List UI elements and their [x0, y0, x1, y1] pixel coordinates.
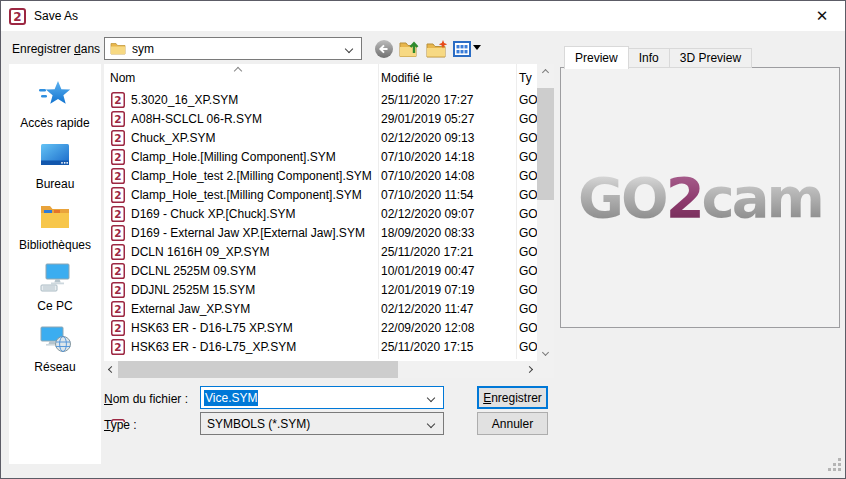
column-header-modified[interactable]: Modifié le — [381, 71, 432, 85]
go2cam-file-icon: 2 — [111, 187, 125, 203]
view-menu-dropdown-arrow[interactable] — [473, 45, 481, 50]
svg-text:2: 2 — [114, 265, 121, 277]
file-name: D169 - Chuck XP.[Chuck].SYM — [131, 207, 296, 221]
scroll-up-button[interactable] — [537, 64, 554, 81]
quick-access-icon — [38, 78, 72, 113]
new-folder-button[interactable] — [426, 38, 448, 60]
file-modified-date: 12/01/2019 07:19 — [381, 283, 474, 297]
svg-text:2: 2 — [114, 170, 121, 182]
file-row[interactable]: 2 A08H-SCLCL 06-R.SYM 29/01/2019 05:27 G… — [104, 110, 537, 129]
vertical-scrollbar[interactable] — [537, 64, 554, 361]
file-type: GO — [519, 283, 537, 297]
file-row[interactable]: 2 DCLN 1616H 09_XP.SYM 25/11/2020 17:21 … — [104, 243, 537, 262]
filetype-combobox[interactable]: SYMBOLS (*.SYM) — [200, 412, 444, 435]
file-type: GO — [519, 93, 537, 107]
file-row[interactable]: 2 Clamp_Hole_test 2.[Milling Component].… — [104, 167, 537, 186]
sidebar-item-libraries[interactable]: Bibliothèques — [9, 200, 101, 261]
sidebar-item-label: Réseau — [34, 360, 75, 374]
file-row[interactable]: 2 Clamp_Hole_test.[Milling Component].SY… — [104, 186, 537, 205]
file-row[interactable]: 2 HSK63 ER - D16-L75_XP.SYM 25/11/2020 1… — [104, 338, 537, 357]
file-row[interactable]: 2 DDJNL 2525M 15.SYM 12/01/2019 07:19 GO — [104, 281, 537, 300]
resize-grip[interactable] — [828, 458, 842, 475]
vertical-scrollbar-thumb[interactable] — [537, 88, 554, 200]
file-name: DDJNL 2525M 15.SYM — [131, 283, 255, 297]
file-modified-date: 22/09/2020 12:08 — [381, 321, 474, 335]
file-row[interactable]: 2 External Jaw_XP.SYM 02/12/2020 11:47 G… — [104, 300, 537, 319]
file-name: External Jaw_XP.SYM — [131, 302, 250, 316]
file-modified-date: 02/12/2020 09:07 — [381, 207, 474, 221]
sidebar-item-desktop[interactable]: Bureau — [9, 139, 101, 200]
file-list: Nom Modifié le Ty 2 5.3020_16_XP.SYM 25/… — [104, 64, 554, 378]
file-name: 5.3020_16_XP.SYM — [131, 93, 238, 107]
filename-value: Vice.SYM — [204, 390, 258, 406]
title-bar: 2 Save As ✕ — [1, 1, 845, 31]
svg-text:2: 2 — [13, 10, 21, 24]
sidebar-item-label: Bureau — [36, 177, 75, 191]
current-folder-name: sym — [132, 42, 154, 56]
file-modified-date: 07/10/2020 11:54 — [381, 188, 474, 202]
filename-combobox[interactable]: Vice.SYM — [200, 386, 444, 409]
go2cam-file-icon: 2 — [111, 263, 125, 279]
column-header-type[interactable]: Ty — [519, 71, 532, 85]
tab-info[interactable]: Info — [629, 48, 670, 68]
go2cam-file-icon: 2 — [111, 111, 125, 127]
close-button[interactable]: ✕ — [799, 1, 845, 31]
tab-3d-preview[interactable]: 3D Preview — [670, 48, 752, 68]
places-bar: Accès rapide Bureau Bibliothèques Ce PC … — [9, 64, 101, 464]
svg-text:2: 2 — [114, 132, 121, 144]
sidebar-item-network[interactable]: Réseau — [9, 322, 101, 383]
svg-text:2: 2 — [114, 151, 121, 163]
file-name: Chuck_XP.SYM — [131, 131, 216, 145]
scroll-right-button[interactable] — [522, 361, 537, 378]
file-type: GO — [519, 302, 537, 316]
scroll-down-button[interactable] — [537, 344, 554, 361]
filetype-value: SYMBOLS (*.SYM) — [207, 417, 310, 431]
filename-label: Nom du fichier : — [104, 392, 188, 406]
file-row[interactable]: 2 D169 - External Jaw XP.[External Jaw].… — [104, 224, 537, 243]
file-row[interactable]: 2 D169 - Chuck XP.[Chuck].SYM 02/12/2020… — [104, 205, 537, 224]
file-row[interactable]: 2 5.3020_16_XP.SYM 25/11/2020 17:27 GO — [104, 91, 537, 110]
svg-text:2: 2 — [114, 246, 121, 258]
view-menu-button[interactable] — [451, 38, 473, 60]
file-list-rows: 2 5.3020_16_XP.SYM 25/11/2020 17:27 GO 2… — [104, 91, 537, 359]
preview-panel: GO2cam — [560, 67, 840, 328]
go2cam-file-icon: 2 — [111, 301, 125, 317]
go2cam-file-icon: 2 — [111, 130, 125, 146]
window-title: Save As — [34, 9, 78, 23]
save-button[interactable]: Enregistrer — [477, 386, 548, 409]
file-row[interactable]: 2 DCLNL 2525M 09.SYM 10/01/2019 00:47 GO — [104, 262, 537, 281]
file-name: Clamp_Hole_test.[Milling Component].SYM — [131, 188, 362, 202]
horizontal-scrollbar[interactable] — [104, 361, 537, 378]
sidebar-item-label: Accès rapide — [20, 116, 89, 130]
sidebar-item-quick-access[interactable]: Accès rapide — [9, 78, 101, 139]
file-row[interactable]: 2 Clamp_Hole.[Milling Component].SYM 07/… — [104, 148, 537, 167]
save-in-combobox[interactable]: sym — [104, 37, 362, 60]
horizontal-scrollbar-thumb[interactable] — [118, 361, 398, 378]
svg-text:2: 2 — [114, 303, 121, 315]
go2cam-file-icon: 2 — [111, 339, 125, 355]
tab-preview[interactable]: Preview — [564, 46, 629, 69]
back-button[interactable] — [373, 38, 395, 60]
sidebar-item-this-pc[interactable]: Ce PC — [9, 261, 101, 322]
file-name: HSK63 ER - D16-L75_XP.SYM — [131, 340, 296, 354]
go2cam-file-icon: 2 — [111, 244, 125, 260]
file-row[interactable]: 2 Chuck_XP.SYM 02/12/2020 09:13 GO — [104, 129, 537, 148]
column-header-name[interactable]: Nom — [110, 71, 135, 85]
sort-ascending-icon — [234, 67, 242, 75]
cancel-button[interactable]: Annuler — [477, 412, 548, 435]
up-one-level-button[interactable] — [399, 38, 421, 60]
file-modified-date: 10/01/2019 00:47 — [381, 264, 474, 278]
chevron-down-icon — [427, 394, 435, 402]
chevron-down-icon — [427, 420, 435, 428]
file-type: GO — [519, 112, 537, 126]
file-modified-date: 07/10/2020 14:08 — [381, 169, 474, 183]
file-type: GO — [519, 188, 537, 202]
go2cam-file-icon: 2 — [111, 225, 125, 241]
chevron-down-icon — [345, 45, 353, 53]
save-in-label: Enregistrer dans : — [12, 42, 107, 56]
sidebar-item-label: Bibliothèques — [19, 238, 91, 252]
scroll-left-button[interactable] — [104, 361, 119, 378]
folder-icon — [110, 42, 126, 55]
file-type: GO — [519, 207, 537, 221]
file-row[interactable]: 2 HSK63 ER - D16-L75 XP.SYM 22/09/2020 1… — [104, 319, 537, 338]
